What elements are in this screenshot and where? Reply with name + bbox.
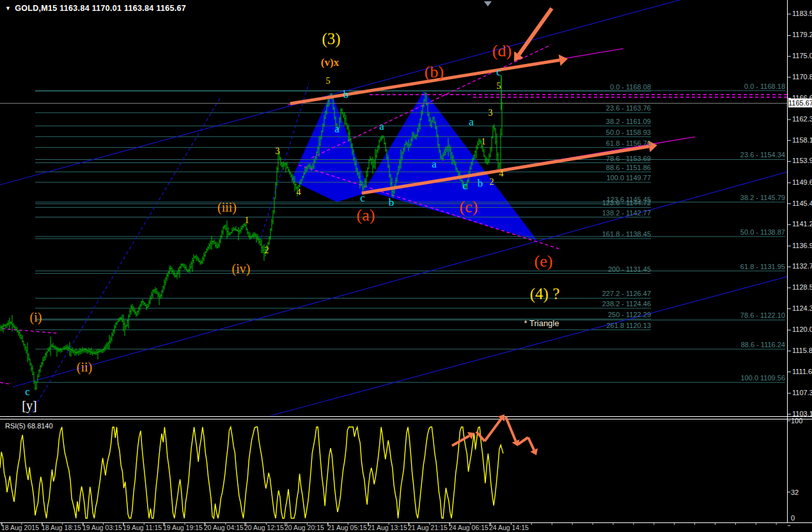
price-tick-label: 1124.37 — [792, 305, 812, 312]
chart-window: ▼GOLD,M15 1163.84 1170.01 1163.84 1165.6… — [0, 0, 812, 532]
fib-label: 138.2 - 1142.77 — [602, 210, 651, 217]
orange-arrow-shaft[interactable] — [452, 435, 469, 446]
rsi-line — [0, 427, 503, 519]
fib-label: 23.6 - 1154.34 — [740, 152, 785, 159]
price-tick-label: 1132.77 — [792, 263, 812, 270]
wave-label: 4 — [499, 169, 504, 178]
wave-label: a — [432, 159, 437, 169]
time-label: 19 Aug 11:15 — [123, 524, 162, 531]
fib-label: 61.8 - 1156.76 — [606, 140, 651, 147]
wave-label: (a) — [357, 207, 375, 224]
wave-label: c — [496, 66, 501, 77]
wave-label: c — [25, 386, 30, 397]
wave-label: b — [343, 89, 349, 100]
symbol-dropdown-icon[interactable]: ▼ — [5, 5, 11, 12]
orange-arrow-shaft[interactable] — [485, 419, 501, 441]
blue-dashed-trendline[interactable] — [26, 97, 221, 422]
wave-label: 2 — [490, 178, 494, 187]
time-label: 21 Aug 21:15 — [408, 524, 448, 531]
rsi-pane[interactable] — [0, 427, 503, 519]
magenta-dashed-trendline[interactable] — [0, 382, 12, 384]
wave-label: 5 — [326, 77, 331, 86]
fib-label: 123.6 - 1144.72 — [602, 199, 651, 207]
main-pane[interactable] — [0, 0, 812, 422]
wave-label: b — [389, 197, 394, 208]
price-tick-label: 1111.67 — [792, 368, 812, 375]
orange-arrow-head — [559, 54, 568, 66]
wave-label: (i) — [30, 311, 42, 324]
wave-label: a — [334, 123, 340, 134]
price-tick-label: 1158.17 — [792, 137, 812, 144]
time-label: 21 Aug 13:15 — [368, 524, 407, 531]
wave-label: c — [360, 192, 365, 203]
time-label: 20 Aug 04:15 — [204, 524, 244, 531]
wave-label: (b) — [425, 64, 444, 81]
time-label: 21 Aug 05:15 — [327, 524, 367, 531]
chart-title: ▼GOLD,M15 1163.84 1170.01 1163.84 1165.6… — [5, 4, 186, 13]
time-label: 20 Aug 20:15 — [285, 524, 324, 531]
time-label: 24 Aug 14:15 — [489, 524, 529, 531]
rsi-scale-label: 100 — [791, 418, 802, 425]
time-label: 20 Aug 12:15 — [244, 524, 284, 531]
fib-label: 200 - 1131.45 — [608, 266, 651, 273]
orange-zigzag-segment — [518, 437, 528, 444]
fib-label: 88.6 - 1151.86 — [606, 164, 651, 171]
price-tick-label: 1115.87 — [792, 347, 812, 354]
fib-label: 0.0 - 1168.18 — [744, 83, 785, 90]
fib-label: 88.6 - 1116.24 — [741, 341, 785, 348]
price-tick-label: 1120.07 — [792, 326, 812, 333]
wave-label: (iv) — [232, 262, 251, 275]
wave-label: b — [478, 178, 483, 189]
wave-label: 4 — [297, 188, 301, 197]
time-label: 19 Aug 03:15 — [82, 524, 122, 531]
fib-label: 38.2 - 1145.79 — [740, 194, 785, 201]
wave-label: (4) ? — [530, 286, 560, 302]
wave-label: * Triangle — [524, 319, 559, 327]
symbol-ohlc-text: GOLD,M15 1163.84 1170.01 1163.84 1165.67 — [15, 4, 186, 13]
wave-label: [y] — [22, 399, 36, 412]
price-tick-label: 1166.67 — [792, 95, 812, 102]
wave-label: 2 — [265, 246, 269, 255]
wave-label: 1 — [481, 137, 486, 146]
price-tick-label: 1183.57 — [792, 10, 812, 17]
fib-label: 261.8 1120.13 — [606, 322, 651, 329]
fib-label: 78.6 - 1153.69 — [606, 155, 651, 162]
price-tick-label: 1136.97 — [792, 242, 812, 249]
wave-label: 5 — [497, 82, 501, 91]
orange-arrow-shaft[interactable] — [528, 437, 534, 450]
fib-label: 250 - 1122.29 — [608, 311, 651, 318]
price-tick-label: 1179.27 — [792, 31, 812, 38]
wave-label: a — [379, 121, 384, 132]
wave-label: (e) — [535, 253, 553, 270]
wave-label: (v)x — [321, 57, 339, 68]
fib-label: 38.2 - 1161.09 — [606, 118, 651, 125]
orange-arrow-shaft[interactable] — [506, 417, 516, 441]
wave-label: c — [462, 180, 467, 191]
blue-triangle-fill — [291, 92, 370, 202]
fib-label: 227.2 - 1126.47 — [602, 290, 651, 297]
price-tick-label: 1153.97 — [792, 157, 812, 164]
wave-label: (iii) — [217, 201, 237, 214]
wave-label: (3) — [322, 31, 340, 47]
chart-canvas[interactable] — [0, 0, 812, 532]
price-tick-label: 1162.37 — [792, 116, 812, 123]
fib-label: 100.0 1109.56 — [740, 375, 785, 382]
time-label: 24 Aug 06:15 — [449, 524, 488, 531]
magenta-dashed-trendline[interactable] — [2, 329, 56, 333]
wave-label: (c) — [460, 199, 478, 215]
fib-label: 61.8 - 1131.95 — [740, 263, 785, 270]
wave-label: 1 — [245, 216, 249, 225]
wave-label: (ii) — [77, 361, 92, 373]
orange-arrow-shaft[interactable] — [519, 8, 552, 54]
time-label: 19 Aug 19:15 — [163, 524, 203, 531]
price-tick-label: 1175.07 — [792, 52, 812, 59]
price-tick-label: 1107.37 — [792, 389, 812, 396]
down-arrow-marker — [484, 1, 492, 6]
time-label: 18 Aug 18:15 — [42, 524, 81, 531]
price-tick-label: 1145.47 — [792, 200, 812, 207]
wave-label: 3 — [276, 147, 280, 156]
price-tick-label: 1149.67 — [792, 179, 812, 186]
fib-label: 238.2 - 1124.46 — [602, 301, 651, 308]
fib-label: 23.6 - 1163.76 — [606, 105, 651, 112]
fib-label: 50.0 - 1158.93 — [606, 129, 651, 136]
